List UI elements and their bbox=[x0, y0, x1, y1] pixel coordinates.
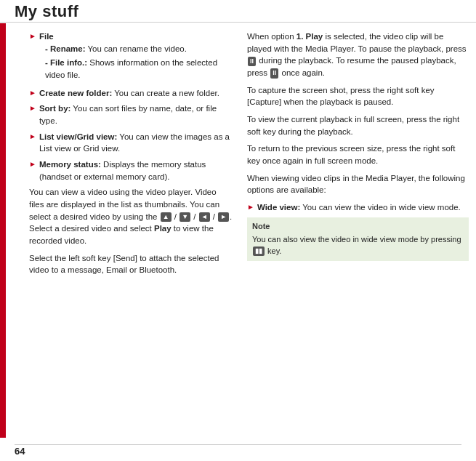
bullet-arrow-2: ► bbox=[29, 88, 36, 99]
left-column: ► File - Rename: You can rename the vide… bbox=[23, 23, 241, 444]
wideview-key-icon: ▮▮ bbox=[253, 246, 265, 256]
right-para-3: To view the current playback in full scr… bbox=[247, 113, 469, 137]
bullet-create-text: You can create a new folder. bbox=[112, 89, 219, 97]
left-para-2-text: Select the left soft key [Send] to attac… bbox=[29, 254, 219, 275]
bullet-arrow-3: ► bbox=[29, 103, 36, 114]
right-para-1: When option 1. Play is selected, the vid… bbox=[247, 31, 469, 79]
bullet-wideview-content: Wide view: You can view the video in wid… bbox=[257, 201, 469, 214]
page-header: My stuff bbox=[0, 0, 476, 23]
sub-bullet-fileinfo: - File info.: Shows information on the s… bbox=[45, 57, 233, 81]
right-para-2: To capture the screen shot, press the ri… bbox=[247, 84, 469, 108]
bullet-memory-content: Memory status: Displays the memory statu… bbox=[39, 159, 233, 183]
note-text-content: You can also view the video in wide view… bbox=[252, 235, 461, 255]
top-divider bbox=[0, 22, 476, 23]
bottom-divider bbox=[15, 444, 461, 445]
right-para-4: To return to the previous screen size, p… bbox=[247, 143, 469, 167]
right-para-5: When viewing video clips in the Media Pl… bbox=[247, 172, 469, 196]
bullet-create-folder: ► Create new folder: You can create a ne… bbox=[29, 87, 233, 100]
bullet-arrow-1: ► bbox=[29, 31, 36, 42]
bullet-create-content: Create new folder: You can create a new … bbox=[39, 87, 233, 100]
bullet-file-label: File bbox=[39, 32, 54, 41]
sidebar-label-container: My stuff bbox=[0, 23, 23, 438]
bullet-file-content: File - Rename: You can rename the video.… bbox=[39, 31, 233, 84]
bullet-memory-label: Memory status: bbox=[39, 160, 101, 169]
bullet-wideview-label: Wide view: bbox=[257, 203, 300, 212]
nav-right-icon: ► bbox=[218, 212, 229, 222]
bullet-arrow-4: ► bbox=[29, 132, 36, 143]
bullet-wideview-text: You can view the video in wide view mode… bbox=[300, 203, 461, 212]
sub-bullet-rename: - Rename: You can rename the video. bbox=[45, 43, 233, 55]
right-para-1-prefix: When option bbox=[247, 32, 297, 41]
sub-rename-text: You can rename the video. bbox=[86, 44, 187, 53]
bullet-arrow-5: ► bbox=[29, 159, 36, 170]
bullet-wideview: ► Wide view: You can view the video in w… bbox=[247, 201, 469, 214]
bullet-memory: ► Memory status: Displays the memory sta… bbox=[29, 159, 233, 183]
sidebar-text: My stuff bbox=[7, 212, 16, 249]
nav-up-icon: ▲ bbox=[161, 212, 172, 222]
note-text: You can also view the video in wide view… bbox=[252, 234, 464, 257]
note-box: Note You can also view the video in wide… bbox=[247, 217, 469, 261]
bullet-create-label: Create new folder: bbox=[39, 89, 112, 97]
nav-left-icon: ◄ bbox=[199, 212, 210, 222]
left-para-1: You can view a video using the video pla… bbox=[29, 186, 233, 246]
sub-fileinfo-label: - File info.: bbox=[45, 58, 87, 67]
right-column: When option 1. Play is selected, the vid… bbox=[241, 23, 476, 444]
note-title: Note bbox=[252, 221, 464, 233]
left-para-2: Select the left soft key [Send] to attac… bbox=[29, 252, 233, 276]
page-title: My stuff bbox=[15, 2, 78, 21]
play-label: Play bbox=[154, 224, 172, 233]
bullet-listview-content: List view/Grid view: You can view the im… bbox=[39, 131, 233, 155]
bullet-listview-label: List view/Grid view: bbox=[39, 132, 117, 141]
right-para-1-bold: 1. Play bbox=[297, 32, 323, 41]
bullet-sort-content: Sort by: You can sort files by name, dat… bbox=[39, 103, 233, 127]
bullet-listview: ► List view/Grid view: You can view the … bbox=[29, 131, 233, 155]
bullet-arrow-wide: ► bbox=[247, 202, 254, 213]
bullet-sort: ► Sort by: You can sort files by name, d… bbox=[29, 103, 233, 127]
main-content: ► File - Rename: You can rename the vide… bbox=[23, 23, 476, 444]
pause-icon: II bbox=[248, 57, 256, 66]
nav-down-icon: ▼ bbox=[179, 212, 190, 222]
page-number: 64 bbox=[15, 446, 25, 457]
sub-rename-label: - Rename: bbox=[45, 44, 86, 53]
resume-icon: II bbox=[270, 68, 278, 78]
bullet-file: ► File - Rename: You can rename the vide… bbox=[29, 31, 233, 84]
bullet-sort-label: Sort by: bbox=[39, 104, 70, 113]
